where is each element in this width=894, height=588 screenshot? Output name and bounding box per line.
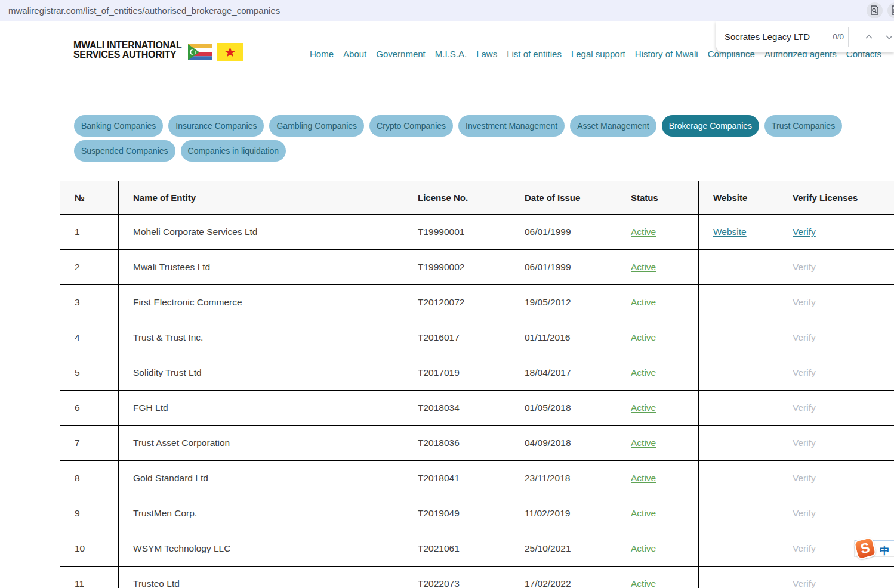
cell-entity-name: WSYM Technology LLC [119, 531, 403, 567]
cell-number: 8 [60, 461, 119, 496]
column-header-license-no: License No. [403, 181, 510, 215]
cell-number: 4 [60, 320, 119, 355]
cell-entity-name: Trust Asset Corporation [119, 426, 403, 461]
cell-entity-name: Mwali Trustees Ltd [119, 250, 403, 285]
url-text[interactable]: mwaliregistrar.com/list_of_entities/auth… [8, 0, 280, 21]
status-active-link[interactable]: Active [631, 403, 656, 413]
filter-suspended-companies[interactable]: Suspended Companies [74, 140, 175, 162]
nav-item-home[interactable]: Home [310, 49, 334, 59]
cell-date-of-issue: 06/01/1999 [510, 215, 616, 250]
find-input[interactable]: Socrates Legacy LTD [725, 21, 810, 52]
verify-link-disabled: Verify [793, 332, 816, 342]
entities-table: №Name of EntityLicense No.Date of IssueS… [60, 181, 894, 588]
filter-crypto-companies[interactable]: Crypto Companies [369, 115, 453, 137]
status-active-link[interactable]: Active [631, 508, 656, 518]
cell-date-of-issue: 17/02/2022 [510, 567, 616, 588]
cell-status: Active [616, 320, 699, 355]
verify-link-disabled: Verify [793, 578, 816, 588]
cell-status: Active [616, 250, 699, 285]
cell-date-of-issue: 18/04/2017 [510, 355, 616, 391]
find-in-page-icon[interactable] [867, 2, 883, 18]
cell-license-no: T2016017 [403, 320, 510, 355]
status-active-link[interactable]: Active [631, 227, 656, 237]
column-header-no: № [60, 181, 119, 215]
filter-insurance-companies[interactable]: Insurance Companies [168, 115, 264, 137]
cell-status: Active [616, 285, 699, 320]
cell-license-no: T19990002 [403, 250, 510, 285]
nav-item-legal-support[interactable]: Legal support [571, 49, 625, 59]
nav-item-history-of-mwali[interactable]: History of Mwali [635, 49, 698, 59]
cell-website [699, 461, 778, 496]
cell-entity-name: FGH Ltd [119, 391, 403, 426]
cell-verify: Verify [778, 426, 894, 461]
cell-verify: Verify [778, 461, 894, 496]
cell-date-of-issue: 06/01/1999 [510, 250, 616, 285]
cell-number: 1 [60, 215, 119, 250]
cell-license-no: T2017019 [403, 355, 510, 391]
cell-status: Active [616, 567, 699, 588]
nav-item-m-i-s-a[interactable]: M.I.S.A. [435, 49, 467, 59]
verify-link-disabled: Verify [793, 543, 816, 553]
cell-number: 2 [60, 250, 119, 285]
verify-link[interactable]: Verify [793, 227, 816, 237]
status-active-link[interactable]: Active [631, 473, 656, 483]
column-header-status: Status [616, 181, 699, 215]
cell-status: Active [616, 215, 699, 250]
cell-date-of-issue: 04/09/2018 [510, 426, 616, 461]
table-row: 6FGH LtdT201803401/05/2018ActiveVerify [60, 391, 894, 426]
cell-date-of-issue: 23/11/2018 [510, 461, 616, 496]
find-next-icon[interactable] [885, 33, 893, 41]
filter-brokerage-companies[interactable]: Brokerage Companies [662, 115, 759, 137]
status-active-link[interactable]: Active [631, 262, 656, 272]
cell-license-no: T2019049 [403, 496, 510, 531]
nav-item-laws[interactable]: Laws [476, 49, 497, 59]
status-active-link[interactable]: Active [631, 297, 656, 307]
nav-item-government[interactable]: Government [376, 49, 426, 59]
cell-entity-name: Solidity Trust Ltd [119, 355, 403, 391]
table-row: 9TrustMen Corp.T201904911/02/2019ActiveV… [60, 496, 894, 531]
cell-website [699, 320, 778, 355]
cell-status: Active [616, 391, 699, 426]
filter-banking-companies[interactable]: Banking Companies [74, 115, 163, 137]
cell-verify: Verify [778, 320, 894, 355]
page-tool-icon[interactable] [887, 2, 894, 18]
comoros-flag-icon [188, 44, 212, 60]
filter-gambling-companies[interactable]: Gambling Companies [269, 115, 364, 137]
verify-link-disabled: Verify [793, 438, 816, 448]
table-row: 2Mwali Trustees LtdT1999000206/01/1999Ac… [60, 250, 894, 285]
verify-link-disabled: Verify [793, 367, 816, 377]
cell-website [699, 426, 778, 461]
verify-link-disabled: Verify [793, 403, 816, 413]
cell-status: Active [616, 531, 699, 567]
nav-item-about[interactable]: About [343, 49, 366, 59]
filter-asset-management[interactable]: Asset Management [570, 115, 656, 137]
cell-date-of-issue: 11/02/2019 [510, 496, 616, 531]
find-previous-icon[interactable] [865, 33, 873, 41]
status-active-link[interactable]: Active [631, 578, 656, 588]
cell-license-no: T2018034 [403, 391, 510, 426]
find-bar: Socrates Legacy LTD 0/0 [716, 21, 894, 52]
cell-website [699, 391, 778, 426]
cell-license-no: T19990001 [403, 215, 510, 250]
filter-investment-management[interactable]: Investment Management [458, 115, 565, 137]
cell-status: Active [616, 355, 699, 391]
ime-lang-indicator[interactable]: 中 [880, 544, 890, 558]
status-active-link[interactable]: Active [631, 543, 656, 553]
nav-item-list-of-entities[interactable]: List of entities [507, 49, 562, 59]
url-bar: mwaliregistrar.com/list_of_entities/auth… [0, 0, 894, 21]
cell-website: Website [699, 215, 778, 250]
site-logo-text[interactable]: MWALI INTERNATIONAL SERVICES AUTHORITY [73, 41, 182, 59]
filter-companies-in-liquidation[interactable]: Companies in liquidation [181, 140, 286, 162]
cell-website [699, 355, 778, 391]
cell-number: 3 [60, 285, 119, 320]
status-active-link[interactable]: Active [631, 332, 656, 342]
cell-website [699, 496, 778, 531]
status-active-link[interactable]: Active [631, 367, 656, 377]
website-link[interactable]: Website [713, 227, 747, 237]
cell-verify: Verify [778, 567, 894, 588]
cell-verify: Verify [778, 355, 894, 391]
status-active-link[interactable]: Active [631, 438, 656, 448]
cell-status: Active [616, 426, 699, 461]
table-row: 11Trusteo LtdT202207317/02/2022ActiveVer… [60, 567, 894, 588]
filter-trust-companies[interactable]: Trust Companies [764, 115, 842, 137]
